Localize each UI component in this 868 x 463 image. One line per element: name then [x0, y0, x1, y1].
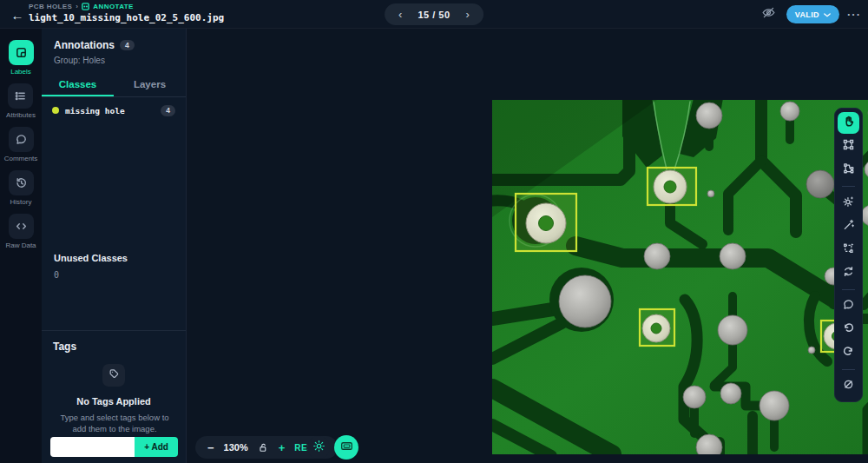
no-tags-description: Type and select tags below to add them t…: [53, 412, 176, 435]
convert-annotations-button[interactable]: [838, 262, 859, 284]
bounding-box-tool-button[interactable]: [838, 136, 859, 157]
tag-input[interactable]: [50, 437, 135, 457]
redo-button[interactable]: [838, 342, 859, 364]
hide-annotations-button[interactable]: [760, 5, 779, 24]
undo-icon: [842, 321, 855, 338]
toolbar-divider: [842, 186, 855, 187]
breadcrumb-mode: ANNOTATE: [93, 3, 133, 10]
tool-palette: [834, 108, 863, 402]
class-name: missing hole: [65, 106, 125, 116]
chevron-down-icon: [824, 10, 831, 19]
tag-icon-box: [102, 364, 125, 387]
back-arrow-icon: ←: [11, 8, 24, 23]
unused-classes-title: Unused Classes: [54, 253, 174, 263]
status-label: VALID: [795, 10, 819, 19]
panel-tabs: Classes Layers: [42, 73, 186, 97]
annotation-canvas[interactable]: [187, 29, 868, 463]
comment-tool-icon: [842, 298, 855, 314]
brightness-button[interactable]: [307, 436, 330, 459]
bounding-box-tool-icon: [842, 138, 855, 155]
smart-annotation-icon: [842, 195, 855, 211]
smart-detect-icon: [842, 241, 855, 258]
smart-detect-button[interactable]: [838, 239, 859, 261]
sidebar-item-comments[interactable]: Comments: [4, 127, 38, 162]
history-icon: [9, 170, 34, 195]
attributes-icon: [8, 83, 33, 109]
zoom-out-button[interactable]: −: [207, 441, 214, 454]
hand-tool-icon: [842, 115, 855, 131]
back-button[interactable]: ←: [7, 4, 28, 25]
sidebar-item-labels[interactable]: Labels: [9, 40, 34, 76]
label-display-icon: [339, 439, 354, 457]
class-row-missing-hole[interactable]: missing hole 4: [42, 97, 186, 124]
sidebar-item-label: Labels: [10, 68, 31, 76]
more-menu-button[interactable]: ···: [847, 8, 861, 21]
annotation-box[interactable]: [640, 309, 674, 346]
next-image-button[interactable]: ›: [464, 9, 471, 20]
sidebar-item-history[interactable]: History: [9, 170, 34, 206]
annotations-title: Annotations: [54, 39, 115, 51]
convert-icon: [842, 265, 855, 281]
tab-layers[interactable]: Layers: [114, 73, 186, 96]
comment-tool-button[interactable]: [838, 295, 859, 317]
toolbar-divider: [842, 289, 855, 290]
sidebar-item-label: Comments: [4, 155, 38, 162]
annotation-app: ← PCB HOLES › ANNOTATE light_10_missing_…: [0, 0, 868, 463]
zoom-in-button[interactable]: +: [279, 441, 286, 454]
sidebar-item-label: History: [10, 198, 32, 206]
sidebar-item-label: Attributes: [6, 111, 36, 119]
label-display-toggle[interactable]: [334, 435, 358, 460]
polygon-tool-icon: [842, 162, 855, 178]
image-navigator: ‹ 15 / 50 ›: [385, 3, 483, 25]
add-tag-button[interactable]: + Add: [135, 437, 178, 457]
image-filename: light_10_missing_hole_02_5_600.jpg: [29, 12, 224, 23]
hand-tool-button[interactable]: [838, 112, 859, 134]
brightness-icon: [312, 440, 326, 456]
sidebar-item-label: Raw Data: [5, 241, 36, 249]
tag-icon: [108, 367, 120, 383]
tab-classes[interactable]: Classes: [42, 73, 114, 96]
class-list-empty-area: [42, 124, 186, 248]
no-tags-title: No Tags Applied: [53, 396, 174, 407]
magic-wand-icon: [842, 218, 855, 235]
image-position: 15 / 50: [418, 10, 450, 20]
magic-wand-button[interactable]: [838, 215, 859, 237]
polygon-tool-button[interactable]: [838, 159, 859, 181]
left-rail: Labels Attributes Comments History Raw D…: [0, 29, 42, 463]
zoom-level: 130%: [224, 442, 248, 453]
sidebar-item-attributes[interactable]: Attributes: [6, 83, 36, 119]
null-annotation-icon: [842, 378, 855, 394]
pcb-image[interactable]: [492, 100, 868, 454]
unused-classes-value: 0: [54, 270, 174, 280]
zoom-lock-icon[interactable]: [258, 442, 269, 453]
undo-button[interactable]: [838, 319, 859, 341]
labels-panel: Annotations 4 Group: Holes Classes Layer…: [42, 29, 187, 463]
toolbar-divider: [842, 369, 855, 370]
null-annotation-button[interactable]: [838, 375, 859, 397]
breadcrumb-project[interactable]: PCB HOLES: [29, 3, 72, 10]
labels-icon: [9, 40, 34, 65]
eye-off-icon: [761, 5, 776, 23]
comments-icon: [9, 127, 34, 152]
breadcrumb: PCB HOLES › ANNOTATE light_10_missing_ho…: [29, 3, 224, 23]
annotate-icon: [82, 3, 89, 10]
redo-icon: [842, 345, 855, 361]
tags-title: Tags: [53, 341, 174, 353]
status-dropdown[interactable]: VALID: [786, 5, 839, 23]
breadcrumb-separator: ›: [76, 3, 78, 10]
annotation-box[interactable]: [648, 168, 696, 205]
smart-annotation-button[interactable]: [838, 192, 859, 214]
annotation-box[interactable]: [516, 194, 576, 251]
annotation-group: Group: Holes: [54, 56, 174, 65]
prev-image-button[interactable]: ‹: [397, 9, 404, 20]
header: ← PCB HOLES › ANNOTATE light_10_missing_…: [0, 0, 868, 29]
annotations-count-badge: 4: [120, 40, 135, 51]
class-count-badge: 4: [161, 105, 175, 116]
tag-input-row: + Add: [50, 437, 178, 457]
sidebar-item-raw-data[interactable]: Raw Data: [5, 214, 36, 249]
raw-data-icon: [9, 214, 34, 239]
class-color-dot: [52, 107, 59, 114]
